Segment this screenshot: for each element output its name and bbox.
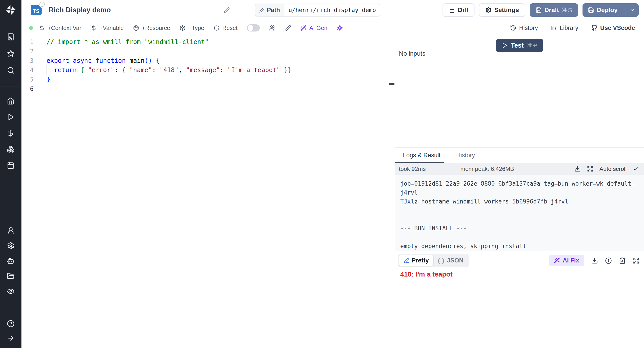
clipboard-icon[interactable]: [619, 257, 626, 264]
code-line: return { "error": { "name": "418", "mess…: [46, 65, 388, 75]
cursor-position-marker: [389, 83, 394, 85]
tab-history[interactable]: History: [456, 152, 475, 159]
reset-button[interactable]: Reset: [214, 24, 238, 31]
sidebar-item-search[interactable]: [7, 67, 14, 74]
sidebar-item-arrow-right[interactable]: [7, 334, 14, 342]
use-vscode-button[interactable]: Use VScode: [591, 24, 635, 31]
diff-button[interactable]: Diff: [442, 3, 474, 17]
line-number: 1: [22, 37, 46, 47]
users-button[interactable]: [269, 25, 276, 31]
resource-button[interactable]: +Resource: [133, 24, 170, 31]
code-line: [46, 47, 388, 56]
gear-icon: [7, 242, 14, 249]
path-label: Path: [267, 7, 280, 14]
expand-result-icon[interactable]: [633, 257, 640, 264]
code-editor[interactable]: 123456 // import * as wmill from "windmi…: [22, 36, 395, 348]
ai-fix-button[interactable]: AI Fix: [549, 255, 584, 266]
building-icon: [7, 33, 14, 41]
run-duration: took 92ms: [399, 166, 460, 173]
library-button[interactable]: Library: [551, 24, 578, 31]
calendar-icon: [7, 162, 14, 169]
download-result-icon[interactable]: [591, 257, 598, 264]
settings-button[interactable]: Settings: [479, 3, 525, 17]
diff-icon: [449, 7, 455, 13]
variable-button[interactable]: +Variable: [91, 24, 124, 31]
sidebar-item-boxes[interactable]: [7, 145, 14, 153]
help-icon: [7, 320, 14, 328]
ai-gen-button[interactable]: AI Gen: [300, 24, 327, 31]
sidebar-item-star[interactable]: [7, 50, 14, 57]
code-line: }: [46, 75, 388, 84]
json-view-button[interactable]: { } JSON: [433, 255, 468, 266]
sidebar-group-top: [0, 33, 22, 74]
sidebar-item-help[interactable]: [7, 320, 14, 328]
overview-ruler: [388, 36, 395, 348]
sidebar-item-bot[interactable]: [7, 257, 14, 265]
windmill-logo-icon[interactable]: [5, 4, 16, 16]
log-output: job=01912d81-22a9-262e-8880-6bf3a137ca9a…: [400, 179, 640, 251]
boxes-icon: [7, 145, 14, 153]
result-view-switcher: Pretty { } JSON: [398, 254, 469, 267]
draft-button[interactable]: Draft ⌘S: [530, 3, 578, 17]
sidebar-group-bottom: [0, 320, 22, 342]
dollar-icon: [39, 25, 45, 31]
run-stats-bar: took 92ms mem peak: 6.426MB Auto scroll: [395, 163, 644, 175]
save-icon: [536, 7, 542, 13]
toolbar-left: +Context Var+Variable+Resource+TypeReset…: [39, 24, 343, 31]
script-path-field[interactable]: Path u/henri/rich_display_demo: [255, 3, 380, 16]
context-var-button[interactable]: +Context Var: [39, 24, 82, 31]
sidebar-item-folder-open[interactable]: [7, 272, 14, 280]
sidebar-item-eye[interactable]: [7, 288, 14, 295]
wand-icon: [300, 25, 306, 31]
sidebar-divider: [2, 86, 20, 86]
home-icon: [7, 97, 14, 105]
left-sidebar: [0, 0, 22, 348]
sidebar-group-main: [0, 97, 22, 169]
sidebar-item-gear[interactable]: [7, 242, 14, 249]
editor-toolbar: +Context Var+Variable+Resource+TypeReset…: [22, 20, 644, 36]
pencil-icon: [259, 7, 264, 13]
download-logs-icon[interactable]: [574, 166, 581, 172]
dollar-icon: [91, 25, 97, 31]
toggle-knob: [248, 25, 253, 31]
no-inputs-text: No inputs: [399, 50, 425, 57]
type-button[interactable]: +Type: [180, 24, 204, 31]
sidebar-item-home[interactable]: [7, 97, 14, 105]
sidebar-item-calendar[interactable]: [7, 162, 14, 169]
code-line: export async function main() {: [46, 56, 388, 65]
expand-logs-icon[interactable]: [587, 166, 593, 172]
brush-button[interactable]: [285, 25, 291, 31]
deploy-button[interactable]: Deploy: [582, 3, 623, 17]
github-icon: [591, 25, 598, 31]
code-line: [46, 84, 388, 94]
history-button[interactable]: History: [510, 24, 538, 31]
code-line: // import * as wmill from "windmill-clie…: [46, 37, 388, 47]
deploy-dropdown-button[interactable]: [626, 3, 639, 17]
history-icon: [510, 25, 516, 31]
pretty-view-button[interactable]: Pretty: [399, 255, 433, 266]
chevron-down-icon: [630, 7, 635, 13]
bot-icon: [7, 257, 14, 265]
play-icon: [501, 42, 508, 48]
auto-scroll-label[interactable]: Auto scroll: [600, 166, 626, 173]
brush-icon: [285, 25, 291, 31]
sidebar-item-dollar[interactable]: [7, 129, 14, 137]
info-icon[interactable]: [605, 257, 612, 264]
path-label-segment: Path: [255, 4, 284, 16]
play-icon: [7, 113, 14, 121]
test-button[interactable]: Test ⌘↵: [496, 39, 543, 52]
log-actions: Auto scroll: [574, 166, 639, 173]
sidebar-item-play[interactable]: [7, 113, 14, 121]
tab-logs-result[interactable]: Logs & Result: [403, 152, 440, 159]
sparkles-button[interactable]: [337, 25, 343, 31]
line-number: 3: [22, 56, 46, 65]
sidebar-item-user[interactable]: [7, 227, 14, 234]
check-icon[interactable]: [633, 166, 639, 172]
sidebar-item-building[interactable]: [7, 33, 14, 41]
gear-icon: [485, 7, 492, 13]
package-icon: [180, 25, 186, 31]
package-icon: [133, 25, 139, 31]
edit-summary-pencil-icon[interactable]: [224, 7, 230, 13]
toggle-switch[interactable]: [247, 24, 260, 31]
typescript-badge: TS: [31, 5, 42, 15]
